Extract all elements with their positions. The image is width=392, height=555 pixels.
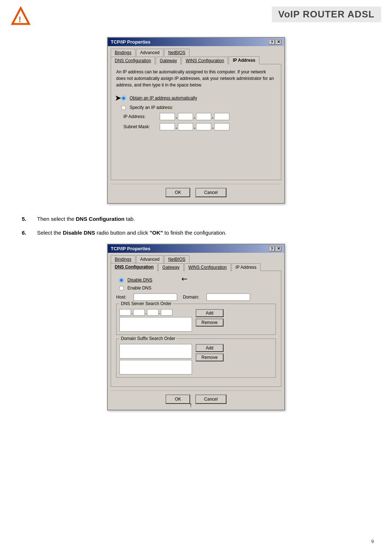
tab-wins-config[interactable]: WINS Configuration	[181, 57, 228, 64]
brand-title: VoIP ROUTER ADSL	[272, 7, 381, 22]
dialog2: TCP/IP Properties ? ✕ Bindings Advanced …	[107, 244, 285, 410]
dialog1-titlebar: TCP/IP Properties ? ✕	[108, 38, 284, 46]
dns-ip-o1[interactable]	[119, 309, 131, 316]
subnet-octet4[interactable]	[214, 123, 229, 130]
dialog2-body: Bindings Advanced NetBIOS DNS Configurat…	[108, 253, 284, 410]
domain-label: Domain:	[183, 295, 199, 300]
logo-icon: !	[11, 7, 30, 26]
domain-suffix-listbox2[interactable]	[119, 360, 192, 374]
d2-tab-netbios[interactable]: NetBIOS	[164, 255, 189, 263]
ip-octet3[interactable]	[196, 113, 211, 120]
steps-list: 5. Then select the DNS Configuration tab…	[22, 215, 370, 237]
dialog1-body: Bindings Advanced NetBIOS DNS Configurat…	[108, 46, 284, 203]
dialog2-tabs-row1: Bindings Advanced NetBIOS	[111, 255, 281, 263]
d2-cancel-button[interactable]: Cancel	[195, 394, 226, 404]
step5-num: 5.	[22, 215, 30, 223]
radio-obtain-input[interactable]	[121, 96, 126, 101]
dns-server-search-order: DNS Server Search Order . . .	[116, 304, 276, 335]
radio-specify-input[interactable]	[121, 105, 126, 110]
dns-server-inputs: . . .	[119, 309, 192, 332]
domain-suffix-buttons: Add Remove	[196, 344, 224, 361]
host-label: Host:	[116, 295, 126, 300]
step6-text: Select the Disable DNS radio button and …	[37, 228, 226, 237]
d2-tab-advanced[interactable]: Advanced	[136, 255, 163, 263]
dns-ip-row[interactable]: . . .	[119, 309, 192, 316]
ip-octet2[interactable]	[178, 113, 193, 120]
d2-tab-ip-address[interactable]: IP Address	[232, 263, 261, 271]
d2-tab-dns-config[interactable]: DNS Configuration	[111, 263, 158, 271]
main-content: TCP/IP Properties ? ✕ Bindings Advanced …	[0, 26, 392, 432]
dns-server-listbox[interactable]	[119, 317, 192, 332]
d2-tab-wins-config[interactable]: WINS Configuration	[184, 263, 231, 271]
ip-address-input[interactable]: . . .	[160, 113, 229, 120]
subnet-octet1[interactable]	[160, 123, 175, 130]
dns-add-button[interactable]: Add	[196, 309, 224, 317]
domain-suffix-inputs	[119, 344, 192, 374]
dialog2-close-button[interactable]: ✕	[275, 246, 281, 251]
dns-server-content: . . . Add Remove	[119, 309, 273, 332]
radio-enable-dns[interactable]: Enable DNS	[119, 285, 276, 291]
dialog2-help-button[interactable]: ?	[269, 246, 275, 251]
step5: 5. Then select the DNS Configuration tab…	[22, 215, 370, 223]
domain-suffix-listbox1[interactable]	[119, 344, 192, 358]
d2-tab-gateway[interactable]: Gateway	[158, 263, 183, 271]
tab-panel-dns: Disable DNS ↙ Enable DNS Host: Domain:	[111, 271, 281, 387]
radio-obtain-label: Obtain an IP address automatically	[130, 96, 197, 101]
header: ! VoIP ROUTER ADSL	[0, 0, 392, 26]
tab-advanced[interactable]: Advanced	[136, 49, 163, 56]
tab-gateway[interactable]: Gateway	[156, 57, 181, 64]
page-number: 9	[371, 539, 374, 544]
ip-address-row: IP Address: . . .	[123, 113, 276, 120]
dns-ip-o2[interactable]	[133, 309, 145, 316]
close-button[interactable]: ✕	[275, 40, 281, 45]
ip-address-label: IP Address:	[123, 114, 156, 119]
step6: 6. Select the Disable DNS radio button a…	[22, 228, 370, 237]
radio-specify-label: Specify an IP address:	[130, 105, 173, 110]
domain-suffix-search-order: Domain Suffix Search Order Add Remove	[116, 339, 276, 378]
radio-enable-dns-input[interactable]	[119, 286, 124, 291]
tabs-row1: Bindings Advanced NetBIOS	[111, 48, 281, 56]
radio-disable-dns-input[interactable]	[119, 278, 124, 283]
tab-dns-config[interactable]: DNS Configuration	[111, 57, 155, 64]
domain-suffix-content: Add Remove	[119, 344, 273, 374]
step6-num: 6.	[22, 228, 30, 237]
radio-enable-dns-label: Enable DNS	[127, 285, 151, 291]
dns-ip-o3[interactable]	[147, 309, 159, 316]
dialog2-titlebar: TCP/IP Properties ? ✕	[108, 244, 284, 253]
dialog1-footer: OK Cancel	[111, 184, 281, 199]
subnet-mask-label: Subnet Mask:	[123, 124, 156, 129]
dialog1: TCP/IP Properties ? ✕ Bindings Advanced …	[107, 37, 285, 204]
host-input[interactable]	[134, 293, 177, 301]
tab-bindings[interactable]: Bindings	[111, 49, 135, 56]
cancel-button[interactable]: Cancel	[195, 188, 226, 197]
tab-panel-ip: An IP address can be automatically assig…	[111, 64, 281, 180]
cursor-icon2: ↙	[179, 274, 190, 285]
subnet-octet2[interactable]	[178, 123, 193, 130]
titlebar-buttons: ? ✕	[269, 40, 281, 45]
d2-tab-bindings[interactable]: Bindings	[111, 255, 135, 263]
radio-obtain[interactable]: Obtain an IP address automatically	[121, 96, 197, 101]
dns-server-buttons: Add Remove	[196, 309, 224, 327]
radio-disable-dns[interactable]: Disable DNS	[119, 278, 152, 283]
step5-text: Then select the DNS Configuration tab.	[37, 215, 135, 223]
domain-add-button[interactable]: Add	[196, 344, 224, 352]
domain-suffix-legend: Domain Suffix Search Order	[119, 336, 177, 341]
dns-server-order-legend: DNS Server Search Order	[119, 301, 173, 306]
subnet-octet3[interactable]	[196, 123, 211, 130]
dialog1-title: TCP/IP Properties	[111, 39, 151, 45]
dialog2-footer: OK ↑ Cancel	[111, 390, 281, 406]
tab-ip-address[interactable]: IP Address	[229, 56, 259, 64]
ip-octet4[interactable]	[214, 113, 229, 120]
help-button[interactable]: ?	[269, 40, 275, 45]
radio-specify[interactable]: Specify an IP address:	[121, 105, 276, 110]
domain-remove-button[interactable]: Remove	[196, 353, 224, 361]
subnet-mask-input[interactable]: . . .	[160, 123, 229, 130]
d2-ok-button[interactable]: OK ↑	[166, 394, 190, 404]
ip-octet1[interactable]	[160, 113, 175, 120]
tab-netbios[interactable]: NetBIOS	[164, 49, 189, 56]
svg-text:!: !	[19, 15, 21, 24]
domain-input[interactable]	[207, 293, 250, 301]
ok-button[interactable]: OK	[166, 188, 190, 197]
dns-ip-o4[interactable]	[161, 309, 172, 316]
dns-remove-button[interactable]: Remove	[196, 319, 224, 327]
